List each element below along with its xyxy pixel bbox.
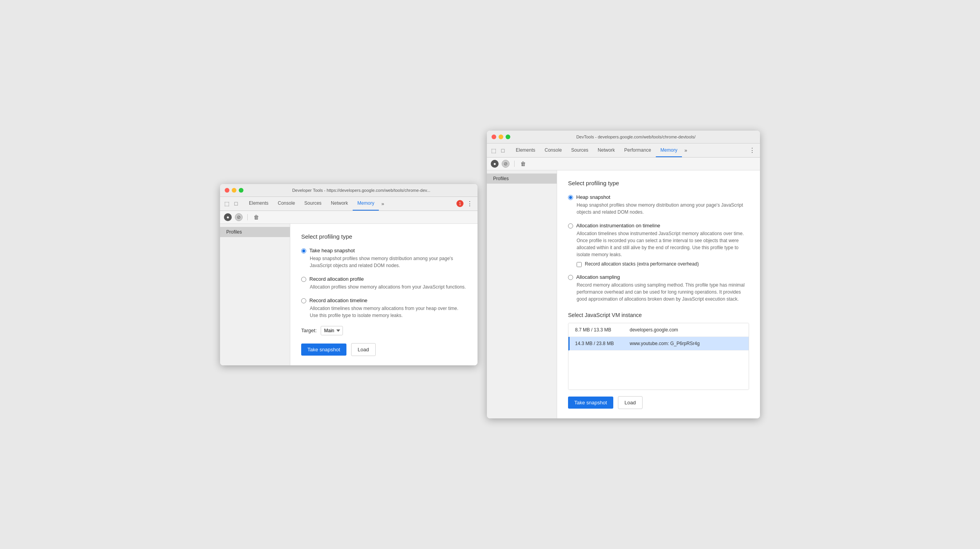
right-sidebar: Profiles	[487, 170, 557, 418]
tab-network[interactable]: Network	[326, 197, 353, 211]
right-checkbox-row: Record allocation stacks (extra performa…	[577, 261, 749, 267]
radio-alloc-profile[interactable]	[301, 277, 306, 282]
vm-empty-space	[568, 351, 749, 390]
target-row: Target: Main	[301, 326, 467, 335]
right-maximize-button[interactable]	[506, 135, 510, 139]
right-option-heap: Heap snapshot Heap snapshot profiles sho…	[568, 194, 749, 216]
right-label-alloc-sampling[interactable]: Allocation sampling	[576, 274, 620, 280]
tab-sources[interactable]: Sources	[300, 197, 326, 211]
vm-size-google: 8.7 MB / 13.3 MB	[575, 327, 630, 333]
right-clear-button[interactable]: 🗑	[519, 160, 527, 168]
right-toolbar: ⬚ □ Elements Console Sources Network Per…	[487, 143, 760, 158]
right-section-title: Select profiling type	[568, 180, 749, 186]
tab-more[interactable]: »	[379, 197, 386, 211]
right-radio-alloc-timeline[interactable]	[568, 223, 573, 228]
tab-memory[interactable]: Memory	[353, 197, 379, 211]
right-minimize-button[interactable]	[499, 135, 503, 139]
right-tab-bar: Elements Console Sources Network Perform…	[511, 143, 746, 157]
desc-alloc-timeline: Allocation timelines show memory allocat…	[310, 305, 467, 319]
alloc-stacks-label[interactable]: Record allocation stacks (extra performa…	[585, 261, 699, 267]
right-tab-more[interactable]: »	[682, 143, 689, 157]
close-button[interactable]	[225, 188, 229, 193]
left-sidebar: Profiles	[220, 224, 290, 365]
right-option-alloc-timeline: Allocation instrumentation on timeline A…	[568, 223, 749, 267]
left-toolbar: ⬚ □ Elements Console Sources Network Mem…	[220, 197, 478, 211]
tab-console[interactable]: Console	[273, 197, 300, 211]
right-label-alloc-timeline[interactable]: Allocation instrumentation on timeline	[576, 223, 660, 228]
vm-size-youtube: 14.3 MB / 23.8 MB	[575, 341, 630, 346]
record-button[interactable]: ●	[224, 213, 232, 221]
desc-heap-snapshot: Heap snapshot profiles show memory distr…	[310, 255, 467, 269]
maximize-button[interactable]	[239, 188, 243, 193]
alloc-stacks-checkbox[interactable]	[577, 262, 582, 267]
target-select[interactable]: Main	[321, 326, 343, 335]
left-tab-bar: Elements Console Sources Network Memory …	[244, 197, 455, 211]
right-tab-memory[interactable]: Memory	[656, 143, 682, 157]
mobile-icon[interactable]: □	[233, 200, 240, 207]
right-devtools-window: DevTools - developers.google.com/web/too…	[487, 131, 760, 418]
right-panel-controls: ● ⊘ 🗑	[487, 158, 760, 170]
option-heap-snapshot: Take heap snapshot Heap snapshot profile…	[301, 248, 467, 269]
desc-alloc-profile: Allocation profiles show memory allocati…	[310, 283, 467, 290]
right-radio-heap[interactable]	[568, 195, 573, 200]
right-radio-alloc-sampling[interactable]	[568, 275, 573, 280]
right-sidebar-item-profiles[interactable]: Profiles	[487, 174, 557, 184]
error-badge: 1	[456, 200, 463, 207]
window-title: Developer Tools - https://developers.goo…	[250, 188, 473, 193]
sidebar-item-profiles[interactable]: Profiles	[220, 227, 290, 237]
right-main-content: Select profiling type Heap snapshot Heap…	[557, 170, 760, 418]
right-tab-sources[interactable]: Sources	[566, 143, 593, 157]
right-title-bar: DevTools - developers.google.com/web/too…	[487, 131, 760, 143]
radio-heap-snapshot[interactable]	[301, 248, 306, 253]
more-options-icon[interactable]: ⋮	[465, 198, 474, 209]
right-close-button[interactable]	[492, 135, 496, 139]
radio-alloc-timeline[interactable]	[301, 298, 306, 303]
clear-button[interactable]: 🗑	[252, 213, 260, 221]
vm-row-google[interactable]: 8.7 MB / 13.3 MB developers.google.com	[568, 323, 749, 337]
right-load-button[interactable]: Load	[618, 396, 643, 409]
load-button[interactable]: Load	[351, 343, 376, 356]
option-alloc-profile: Record allocation profile Allocation pro…	[301, 276, 467, 290]
right-desc-alloc-sampling: Record memory allocations using sampling…	[577, 282, 749, 303]
right-mobile-icon[interactable]: □	[499, 147, 506, 154]
option-alloc-timeline: Record allocation timeline Allocation ti…	[301, 298, 467, 319]
traffic-lights	[225, 188, 243, 193]
tab-elements[interactable]: Elements	[244, 197, 273, 211]
right-traffic-lights	[492, 135, 510, 139]
right-label-heap[interactable]: Heap snapshot	[576, 194, 610, 200]
target-label: Target:	[301, 328, 317, 333]
right-tab-network[interactable]: Network	[593, 143, 620, 157]
toolbar-end: 1 ⋮	[456, 198, 474, 209]
right-desc-heap: Heap snapshot profiles show memory distr…	[577, 202, 749, 216]
right-window-title: DevTools - developers.google.com/web/too…	[517, 135, 755, 139]
right-toolbar-end: ⋮	[747, 145, 757, 156]
vm-section-title: Select JavaScript VM instance	[568, 312, 749, 318]
right-cursor-icon[interactable]: ⬚	[490, 147, 497, 154]
right-desc-alloc-timeline: Allocation timelines show instrumented J…	[577, 230, 749, 258]
vm-url-youtube: www.youtube.com: G_P6rpRSr4g	[630, 341, 743, 346]
left-button-row: Take snapshot Load	[301, 343, 467, 356]
right-take-snapshot-button[interactable]: Take snapshot	[568, 397, 613, 409]
vm-url-google: developers.google.com	[630, 327, 743, 333]
right-tab-console[interactable]: Console	[540, 143, 566, 157]
right-button-row: Take snapshot Load	[568, 396, 749, 409]
vm-instance-table: 8.7 MB / 13.3 MB developers.google.com 1…	[568, 323, 749, 390]
right-option-alloc-sampling: Allocation sampling Record memory alloca…	[568, 274, 749, 303]
right-stop-button[interactable]: ⊘	[502, 160, 510, 168]
label-heap-snapshot[interactable]: Take heap snapshot	[309, 248, 355, 253]
label-alloc-profile[interactable]: Record allocation profile	[309, 276, 364, 282]
left-title-bar: Developer Tools - https://developers.goo…	[220, 184, 478, 197]
minimize-button[interactable]	[232, 188, 236, 193]
left-panel-controls: ● ⊘ 🗑	[220, 211, 478, 224]
cursor-icon[interactable]: ⬚	[223, 200, 230, 207]
right-record-button[interactable]: ●	[491, 160, 499, 168]
right-tab-performance[interactable]: Performance	[620, 143, 656, 157]
take-snapshot-button[interactable]: Take snapshot	[301, 344, 346, 356]
vm-row-youtube[interactable]: 14.3 MB / 23.8 MB www.youtube.com: G_P6r…	[568, 337, 749, 351]
left-main-content: Select profiling type Take heap snapshot…	[290, 224, 478, 365]
label-alloc-timeline[interactable]: Record allocation timeline	[309, 298, 368, 303]
right-tab-elements[interactable]: Elements	[511, 143, 540, 157]
right-more-options-icon[interactable]: ⋮	[747, 145, 757, 156]
stop-button[interactable]: ⊘	[235, 213, 243, 221]
left-panel-body: Profiles Select profiling type Take heap…	[220, 224, 478, 365]
